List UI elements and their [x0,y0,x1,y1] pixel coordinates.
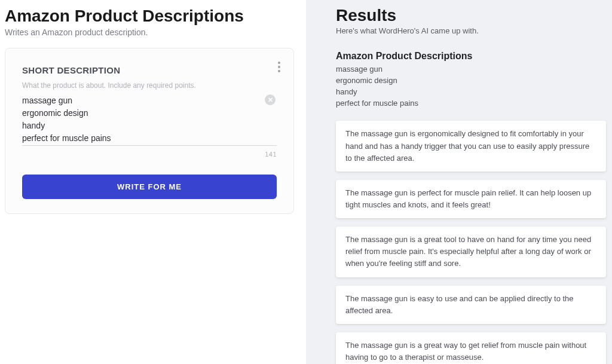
char-count: 141 [22,151,277,158]
field-label: SHORT DESCRIPTION [22,65,277,75]
clear-input-icon[interactable]: ✕ [265,94,276,105]
result-card[interactable]: The massage gun is ergonomically designe… [336,121,606,171]
page-subtitle: Writes an Amazon product description. [5,27,294,37]
results-title: Results [336,6,606,25]
result-keywords: massage gun ergonomic design handy perfe… [336,64,606,109]
input-card: SHORT DESCRIPTION What the product is ab… [5,48,294,214]
result-heading: Amazon Product Descriptions [336,51,606,62]
result-card[interactable]: The massage gun is perfect for muscle pa… [336,180,606,218]
left-panel: Amazon Product Descriptions Writes an Am… [0,0,306,364]
field-help-text: What the product is about. Include any r… [22,81,277,90]
results-list: The massage gun is ergonomically designe… [336,121,606,364]
more-menu-icon[interactable] [276,59,283,75]
result-card[interactable]: The massage gun is easy to use and can b… [336,286,606,324]
write-for-me-button[interactable]: WRITE FOR ME [22,175,277,199]
results-subtitle: Here's what WordHero's AI came up with. [336,26,606,35]
textarea-wrap: ✕ [22,93,277,148]
short-description-input[interactable] [22,93,277,146]
right-panel: Results Here's what WordHero's AI came u… [306,0,612,364]
result-card[interactable]: The massage gun is a great way to get re… [336,332,606,364]
page-title: Amazon Product Descriptions [5,6,294,26]
result-card[interactable]: The massage gun is a great tool to have … [336,227,606,277]
